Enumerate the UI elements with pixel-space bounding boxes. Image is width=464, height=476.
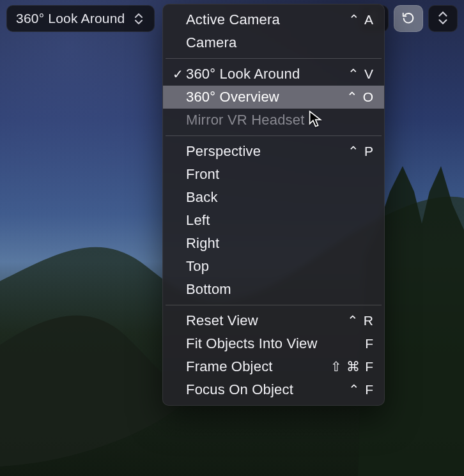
menu-item-right[interactable]: Right	[163, 232, 384, 255]
menu-item-top[interactable]: Top	[163, 255, 384, 278]
chevron-up-down-icon	[436, 11, 450, 27]
menu-item-focus-object[interactable]: Focus On Object⌃ F	[163, 378, 384, 401]
menu-item-shortcut: ⌃ A	[348, 12, 374, 27]
menu-item-label: Bottom	[186, 281, 374, 298]
menu-item-label: Fit Objects Into View	[186, 335, 365, 352]
menu-item-label: Top	[186, 258, 374, 275]
orbit-icon	[401, 11, 415, 27]
menu-separator	[166, 135, 382, 136]
menu-item-label: Active Camera	[186, 12, 348, 28]
menu-item-label: Camera	[186, 35, 374, 51]
menu-item-label: Right	[186, 235, 374, 252]
menu-item-label: Back	[186, 189, 374, 206]
menu-item-left[interactable]: Left	[163, 209, 384, 232]
menu-item-active-camera[interactable]: Active Camera⌃ A	[163, 8, 384, 31]
menu-item-label: 360° Look Around	[186, 66, 348, 82]
menu-item-label: Perspective	[186, 143, 348, 160]
menu-item-frame-object[interactable]: Frame Object⇧ ⌘ F	[163, 355, 384, 378]
menu-item-shortcut: ⇧ ⌘ F	[330, 359, 375, 374]
menu-item-360-look-around[interactable]: ✓360° Look Around⌃ V	[163, 63, 384, 86]
menu-item-shortcut: ⌃ F	[348, 382, 374, 397]
dropdown-stepper-icon	[130, 13, 148, 24]
menu-separator	[166, 305, 382, 305]
pan-dolly-tool-button[interactable]	[428, 5, 458, 32]
menu-item-label: Front	[186, 166, 374, 183]
menu-item-front[interactable]: Front	[163, 163, 384, 186]
menu-item-shortcut: F	[365, 336, 374, 351]
menu-item-label: Mirror VR Headset	[186, 112, 374, 128]
menu-item-back[interactable]: Back	[163, 186, 384, 209]
menu-item-label: Left	[186, 212, 374, 229]
menu-item-label: Focus On Object	[186, 381, 348, 398]
camera-mode-dropdown[interactable]: 360° Look Around	[6, 5, 155, 32]
orbit-tool-button[interactable]	[394, 5, 423, 32]
menu-item-camera[interactable]: Camera	[163, 31, 384, 54]
checkmark-icon: ✓	[171, 66, 186, 82]
menu-item-reset-view[interactable]: Reset View⌃ R	[163, 309, 384, 332]
camera-mode-label: 360° Look Around	[16, 11, 125, 26]
menu-item-label: 360° Overview	[186, 89, 346, 105]
menu-item-shortcut: ⌃ P	[348, 144, 374, 159]
menu-item-label: Reset View	[186, 312, 347, 329]
menu-item-mirror-vr: Mirror VR Headset	[163, 109, 384, 132]
menu-item-360-overview[interactable]: 360° Overview⌃ O	[163, 86, 384, 109]
camera-mode-menu: Active Camera⌃ ACamera✓360° Look Around⌃…	[162, 4, 385, 406]
menu-separator	[166, 58, 382, 59]
menu-item-shortcut: ⌃ V	[348, 66, 374, 82]
menu-item-fit-objects[interactable]: Fit Objects Into ViewF	[163, 332, 384, 355]
menu-item-shortcut: ⌃ R	[347, 313, 374, 328]
menu-item-perspective[interactable]: Perspective⌃ P	[163, 140, 384, 163]
menu-item-bottom[interactable]: Bottom	[163, 278, 384, 301]
menu-item-label: Frame Object	[186, 358, 330, 375]
menu-item-shortcut: ⌃ O	[346, 89, 374, 105]
